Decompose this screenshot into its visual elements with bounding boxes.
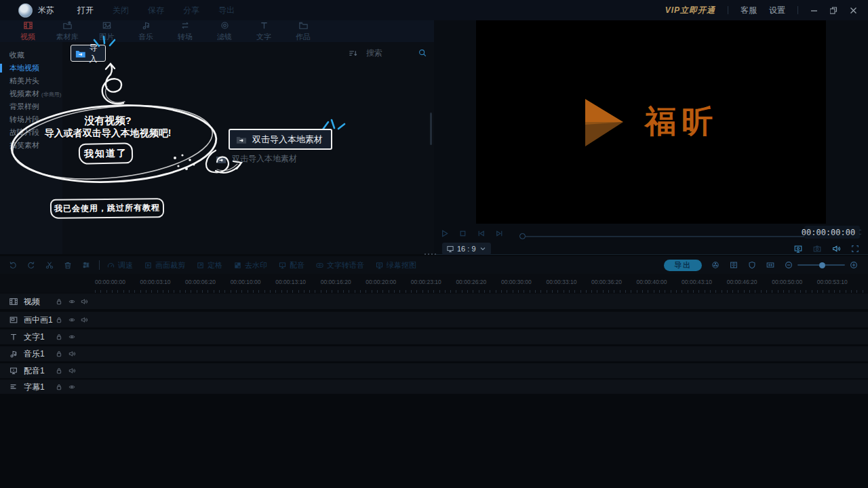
mute-icon[interactable] [80, 316, 88, 324]
double-click-import-hint[interactable]: 双击导入本地素材 [216, 153, 297, 165]
panel-splitter-handle[interactable] [425, 253, 436, 255]
timecode-stepper[interactable] [858, 228, 863, 236]
reel-icon[interactable] [711, 260, 720, 270]
brand-watermark: 福昕 [584, 95, 718, 149]
divider [797, 6, 798, 14]
mute-icon[interactable] [68, 350, 76, 358]
cut-icon[interactable] [45, 260, 54, 270]
track-row-pip[interactable]: 画中画1 [0, 312, 868, 327]
avatar[interactable] [18, 3, 33, 18]
zoom-slider-handle[interactable] [819, 262, 825, 268]
menu-save[interactable]: 保存 [148, 5, 164, 16]
storyboard-icon[interactable] [729, 260, 738, 270]
lock-icon[interactable] [55, 298, 63, 306]
sidebar-item-favorites[interactable]: 收藏 [0, 49, 62, 62]
support-button[interactable]: 客服 [741, 5, 757, 16]
stop-button[interactable] [458, 228, 468, 239]
zoom-out-icon[interactable] [784, 260, 793, 270]
tool-dubbing[interactable]: 配音 [278, 260, 304, 270]
scrollbar-thumb[interactable] [430, 113, 432, 145]
prev-frame-button[interactable] [476, 228, 486, 239]
menu-export[interactable]: 导出 [218, 5, 235, 16]
username: 米苏 [38, 5, 54, 16]
track-row-dubbing[interactable]: 配音1 [0, 363, 868, 378]
seek-track[interactable] [526, 236, 804, 237]
tab-transition[interactable]: 转场 [165, 20, 205, 42]
fullscreen-icon[interactable] [850, 244, 860, 253]
settings-button[interactable]: 设置 [769, 5, 785, 16]
lock-icon[interactable] [55, 333, 63, 341]
tutorial-skip-button[interactable]: 我已会使用，跳过所有教程 [50, 198, 164, 219]
shield-icon[interactable] [747, 260, 757, 270]
export-button[interactable]: 导出 [664, 260, 702, 271]
tutorial-highlighted-import-button[interactable]: 双击导入本地素材 [229, 129, 332, 150]
search-icon[interactable] [418, 48, 427, 58]
track-row-video[interactable]: 视频 [0, 293, 868, 309]
sort-icon[interactable] [348, 48, 358, 58]
undo-icon[interactable] [8, 260, 18, 270]
delete-icon[interactable] [63, 260, 73, 270]
timecode-display[interactable]: 00:00:00:00 [804, 226, 860, 239]
tab-image[interactable]: 图片 [87, 20, 126, 42]
tool-remove-watermark[interactable]: 去水印 [233, 260, 267, 270]
sidebar-item-glitch-clips[interactable]: 故障片段 [0, 126, 62, 139]
fit-width-icon[interactable] [766, 260, 775, 270]
visibility-icon[interactable] [68, 298, 76, 306]
mute-icon[interactable] [80, 298, 88, 306]
play-button[interactable] [439, 228, 450, 239]
timeline-toolbar: 调速 画面裁剪 定格 去水印 配音 文字转语音 绿幕抠图 导出 [0, 256, 868, 274]
lock-icon[interactable] [55, 350, 63, 358]
next-frame-button[interactable] [494, 228, 505, 239]
close-icon[interactable] [850, 7, 857, 14]
track-row-text[interactable]: 文字1 [0, 329, 868, 344]
vip-upgrade-button[interactable]: VIP立即开通 [665, 5, 715, 16]
menu-share[interactable]: 分享 [183, 5, 199, 16]
zoom-slider[interactable] [797, 264, 845, 266]
minimize-button[interactable] [810, 7, 818, 14]
tab-label: 文字 [256, 32, 271, 42]
sidebar-item-local-video[interactable]: 本地视频 [0, 62, 62, 75]
sidebar-item-video-assets[interactable]: 视频素材(非商用) [0, 87, 62, 100]
timecode-value: 00:00:00:00 [802, 228, 855, 237]
sidebar-item-intros[interactable]: 精美片头 [0, 75, 62, 87]
search-input[interactable] [365, 47, 418, 58]
adjust-icon[interactable] [81, 260, 91, 270]
tool-freeze-frame[interactable]: 定格 [196, 260, 222, 270]
track-row-subtitle[interactable]: 字幕1 [0, 380, 868, 394]
visibility-icon[interactable] [68, 316, 76, 324]
lock-icon[interactable] [55, 383, 63, 391]
tool-speed[interactable]: 调速 [106, 260, 133, 270]
seek-handle[interactable] [519, 233, 526, 239]
tool-crop[interactable]: 画面裁剪 [144, 260, 185, 270]
zoom-in-icon[interactable] [849, 260, 859, 270]
snapshot-icon[interactable] [812, 244, 822, 253]
import-button[interactable]: 导入 [71, 45, 106, 62]
menu-open[interactable]: 打开 [77, 5, 94, 16]
redo-icon[interactable] [26, 260, 36, 270]
tab-material-library[interactable]: 素材库 [47, 20, 87, 42]
tool-green-screen[interactable]: 绿幕抠图 [375, 260, 416, 270]
volume-icon[interactable] [831, 244, 841, 253]
sidebar-item-background-samples[interactable]: 背景样例 [0, 100, 62, 113]
lock-icon[interactable] [55, 367, 63, 375]
tab-works[interactable]: 作品 [283, 20, 323, 42]
tool-text-to-speech[interactable]: 文字转语音 [315, 260, 364, 270]
sidebar-item-transition-clips[interactable]: 转场片段 [0, 113, 62, 126]
visibility-icon[interactable] [68, 333, 76, 341]
visibility-icon[interactable] [68, 383, 76, 391]
tab-filter[interactable]: 滤镜 [205, 20, 244, 42]
display-settings-icon[interactable] [793, 244, 803, 253]
tab-music[interactable]: 音乐 [126, 20, 165, 42]
sidebar-item-funny-assets[interactable]: 搞笑素材 [0, 139, 62, 152]
tab-text[interactable]: 文字 [244, 20, 283, 42]
tab-video[interactable]: 视频 [8, 20, 47, 42]
seek-bar[interactable] [519, 233, 804, 239]
aspect-ratio-dropdown[interactable]: 16 : 9 [442, 243, 491, 255]
track-row-music[interactable]: 音乐1 [0, 346, 868, 361]
ruler-timestamp: 00:00:40:00 [637, 274, 682, 285]
restore-button[interactable] [830, 7, 837, 14]
lock-icon[interactable] [55, 316, 63, 324]
mute-icon[interactable] [68, 367, 76, 375]
menu-close[interactable]: 关闭 [113, 5, 129, 16]
tutorial-confirm-button[interactable]: 我知道了 [79, 142, 134, 165]
